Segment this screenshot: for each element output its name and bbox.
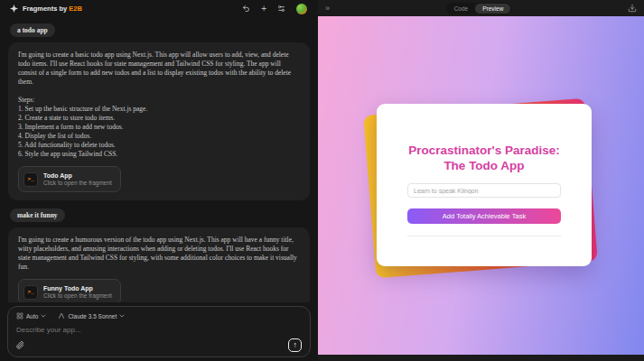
preview-header: » Code Preview — [318, 0, 644, 16]
undo-button[interactable] — [242, 4, 250, 14]
grid-icon — [16, 312, 23, 319]
plus-icon: + — [261, 5, 266, 14]
header-actions: + — [242, 4, 307, 14]
attach-button[interactable] — [16, 341, 24, 349]
fragment-subtitle: Click to open the fragment — [43, 180, 112, 187]
download-button[interactable] — [628, 4, 637, 13]
steps-heading: Steps: — [18, 96, 300, 105]
assistant-message: I'm going to create a humorous version o… — [8, 227, 310, 302]
new-chat-button[interactable]: + — [261, 4, 266, 14]
user-message-bubble: a todo app — [10, 23, 55, 37]
prompt-input[interactable] — [16, 326, 302, 334]
chat-messages: a todo app I'm going to create a basic t… — [0, 17, 318, 302]
chat-panel: Fragments by E2B + a todo app I'm going … — [0, 0, 318, 361]
brand-name: E2B — [69, 5, 82, 13]
model-select-value: Claude 3.5 Sonnet — [68, 313, 117, 319]
chevrons-right-icon: » — [325, 4, 330, 13]
step-item: 6. Style the app using Tailwind CSS. — [18, 150, 300, 159]
fragment-card-todo-app[interactable]: >_ Todo App Click to open the fragment — [18, 166, 121, 192]
app-header: Fragments by E2B + — [0, 0, 318, 17]
tab-code[interactable]: Code — [447, 4, 476, 14]
fragments-logo-icon — [10, 5, 18, 13]
chevron-down-icon — [41, 314, 46, 318]
app-title: Fragments by E2B — [23, 5, 82, 13]
todo-app-card: Procrastinator's Paradise: The Todo App … — [377, 104, 592, 266]
paperclip-icon — [16, 341, 24, 349]
step-item: 3. Implement a form to add new todos. — [18, 123, 300, 132]
undo-icon — [242, 5, 250, 13]
model-provider-icon — [58, 312, 65, 319]
arrow-up-icon: ↑ — [293, 341, 296, 349]
download-icon — [628, 4, 637, 13]
app-window: Fragments by E2B + a todo app I'm going … — [0, 0, 644, 361]
composer: Auto Claude 3.5 Sonnet ↑ — [7, 306, 311, 357]
step-item: 1. Set up the basic structure of the Nex… — [18, 105, 300, 114]
fragment-subtitle: Click to open the fragment — [43, 292, 112, 300]
user-message-bubble: make it funny — [10, 208, 65, 222]
step-item: 4. Display the list of todos. — [18, 132, 300, 141]
collapse-panel-button[interactable]: » — [325, 5, 330, 13]
composer-selects: Auto Claude 3.5 Sonnet — [16, 312, 302, 319]
template-select[interactable]: Auto — [16, 312, 46, 319]
fragment-card-funny-todo-app[interactable]: >_ Funny Todo App Click to open the frag… — [18, 279, 121, 302]
new-task-input[interactable] — [407, 183, 561, 198]
avatar[interactable] — [296, 4, 307, 14]
assistant-message: I'm going to create a basic todo app usi… — [8, 42, 310, 200]
preview-viewport: Procrastinator's Paradise: The Todo App … — [318, 16, 644, 355]
model-select[interactable]: Claude 3.5 Sonnet — [58, 312, 125, 319]
template-select-value: Auto — [26, 313, 38, 319]
step-item: 5. Add functionality to delete todos. — [18, 141, 300, 150]
tab-preview[interactable]: Preview — [475, 4, 510, 14]
view-tabs: Code Preview — [446, 3, 512, 14]
step-item: 2. Create a state to store todo items. — [18, 114, 300, 123]
composer-actions: ↑ — [16, 338, 302, 352]
settings-button[interactable] — [277, 4, 285, 14]
todo-app-title: Procrastinator's Paradise: The Todo App — [377, 143, 592, 173]
terminal-icon: >_ — [23, 172, 38, 187]
assistant-paragraph: I'm going to create a humorous version o… — [18, 236, 300, 272]
chevron-down-icon — [119, 314, 125, 318]
preview-footer — [318, 355, 644, 361]
add-task-button[interactable]: Add Totally Achievable Task — [407, 208, 561, 224]
sliders-icon — [277, 5, 285, 13]
todo-list-divider — [407, 236, 561, 236]
send-button[interactable]: ↑ — [288, 338, 302, 352]
fragment-title: Funny Todo App — [43, 284, 112, 292]
fragment-title: Todo App — [43, 171, 112, 180]
terminal-icon: >_ — [23, 285, 38, 300]
assistant-paragraph: I'm going to create a basic todo app usi… — [18, 51, 300, 87]
preview-panel: » Code Preview Procrastinator's Paradise… — [318, 0, 644, 361]
